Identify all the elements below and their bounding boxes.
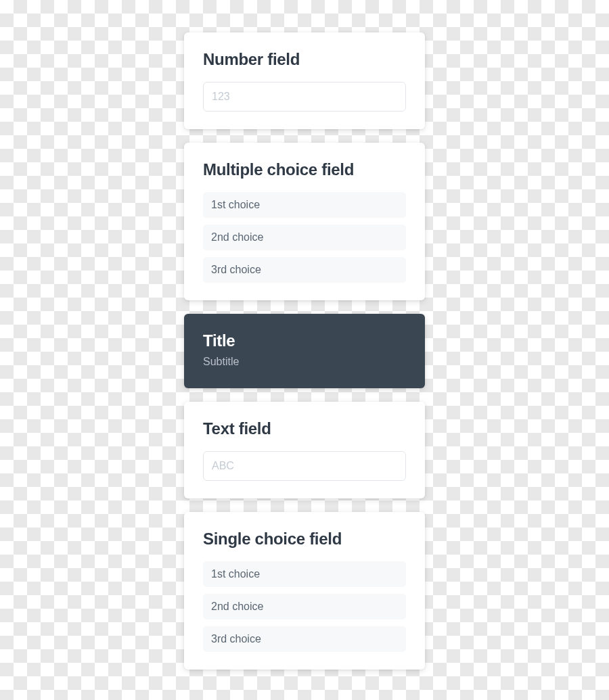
choice-option[interactable]: 3rd choice [203, 626, 406, 652]
title-card-title: Title [203, 331, 406, 351]
single-choice-title: Single choice field [203, 530, 406, 549]
choice-option[interactable]: 1st choice [203, 561, 406, 587]
single-choice-list: 1st choice 2nd choice 3rd choice [203, 561, 406, 652]
multiple-choice-title: Multiple choice field [203, 160, 406, 180]
choice-option[interactable]: 1st choice [203, 192, 406, 218]
number-field-input[interactable] [203, 82, 406, 112]
text-field-input[interactable] [203, 451, 406, 481]
multiple-choice-card: Multiple choice field 1st choice 2nd cho… [184, 143, 425, 300]
choice-option[interactable]: 3rd choice [203, 257, 406, 283]
text-field-card: Text field [184, 402, 425, 498]
title-card-subtitle: Subtitle [203, 356, 406, 368]
single-choice-card: Single choice field 1st choice 2nd choic… [184, 512, 425, 670]
title-card: Title Subtitle [184, 314, 425, 389]
choice-option[interactable]: 2nd choice [203, 594, 406, 620]
multiple-choice-list: 1st choice 2nd choice 3rd choice [203, 192, 406, 283]
choice-option[interactable]: 2nd choice [203, 225, 406, 250]
number-field-card: Number field [184, 32, 425, 129]
text-field-title: Text field [203, 419, 406, 439]
number-field-title: Number field [203, 50, 406, 70]
